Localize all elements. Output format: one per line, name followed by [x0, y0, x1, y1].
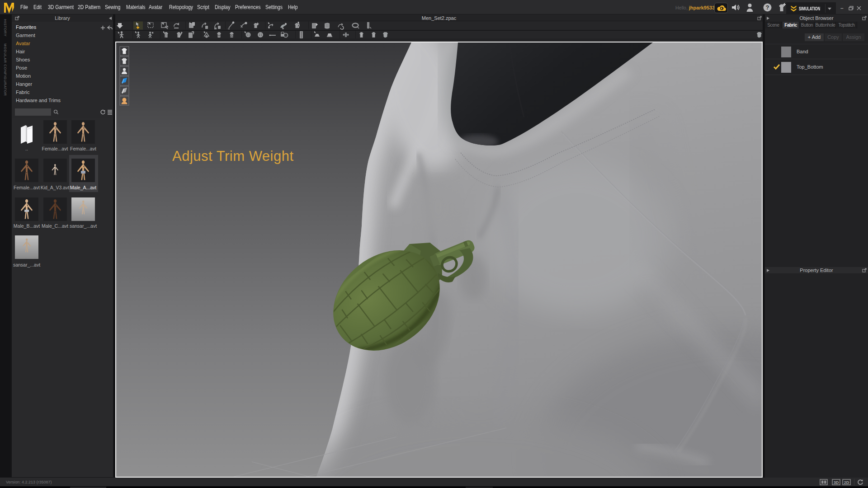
svg-text:3D: 3D — [834, 480, 839, 485]
svg-text:2D: 2D — [844, 480, 849, 485]
svg-text:Adjust Trim Weight: Adjust Trim Weight — [172, 148, 294, 164]
svg-text:?: ? — [766, 4, 769, 11]
